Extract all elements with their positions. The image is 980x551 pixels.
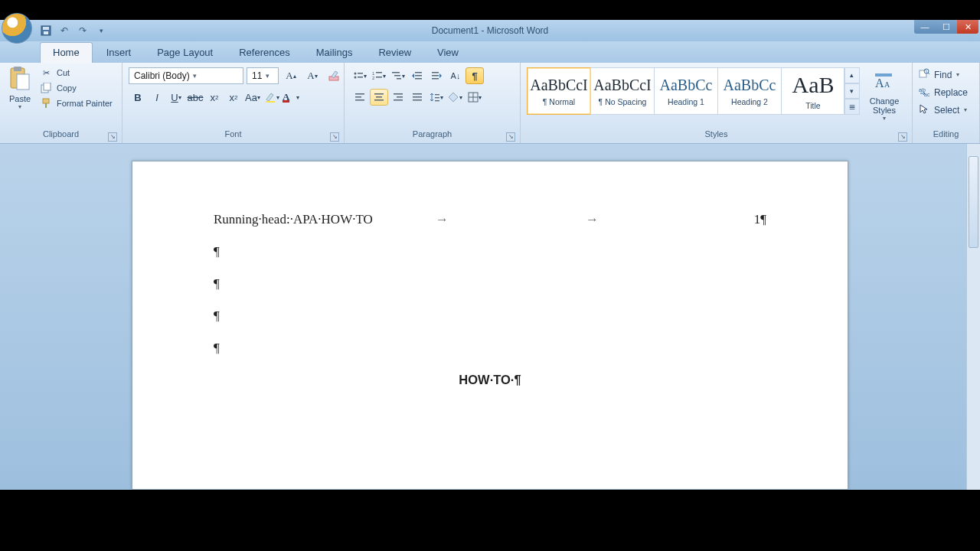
- italic-button[interactable]: I: [148, 89, 166, 106]
- maximize-button[interactable]: ☐: [936, 20, 957, 34]
- sort-button[interactable]: A↓: [446, 67, 465, 84]
- svg-rect-39: [413, 93, 422, 95]
- tab-review[interactable]: Review: [366, 43, 423, 63]
- document-area[interactable]: Running·head:·APA·HOW·TO 1¶ ¶ ¶ ¶ ¶ HOW·…: [0, 144, 980, 490]
- tab-arrow-icon: [586, 212, 736, 227]
- page[interactable]: Running·head:·APA·HOW·TO 1¶ ¶ ¶ ¶ ¶ HOW·…: [132, 161, 848, 490]
- empty-paragraph: ¶: [214, 341, 766, 356]
- paste-button[interactable]: Paste ▾: [3, 65, 37, 110]
- align-center-button[interactable]: [370, 89, 388, 106]
- tab-home[interactable]: Home: [40, 42, 93, 63]
- office-button[interactable]: [2, 13, 32, 44]
- svg-rect-2: [44, 31, 48, 34]
- find-button[interactable]: Find▾: [916, 67, 962, 83]
- tab-insert[interactable]: Insert: [94, 43, 144, 63]
- align-right-button[interactable]: [389, 89, 407, 106]
- increase-indent-button[interactable]: [427, 67, 446, 84]
- minimize-button[interactable]: —: [914, 20, 936, 34]
- styles-dialog-launcher[interactable]: ↘: [898, 132, 907, 142]
- format-painter-button[interactable]: Format Painter: [40, 97, 113, 109]
- strikethrough-button[interactable]: abc: [186, 89, 204, 106]
- superscript-button[interactable]: x2: [224, 89, 243, 106]
- tab-references[interactable]: References: [227, 43, 302, 63]
- style-title[interactable]: AaB Title: [781, 67, 845, 115]
- group-label-styles: Styles: [705, 129, 728, 139]
- group-label-editing: Editing: [933, 129, 959, 139]
- vertical-scrollbar[interactable]: [966, 144, 980, 490]
- clipboard-dialog-launcher[interactable]: ↘: [108, 132, 117, 142]
- style-heading-1[interactable]: AaBbCc Heading 1: [654, 67, 718, 115]
- svg-rect-12: [283, 100, 289, 103]
- cut-button[interactable]: ✂ Cut: [40, 67, 113, 79]
- gallery-up-icon[interactable]: ▴: [844, 67, 860, 83]
- tab-arrow-icon: [436, 212, 586, 227]
- copy-icon: [40, 82, 52, 94]
- svg-rect-33: [374, 93, 384, 95]
- gallery-more-icon[interactable]: 𝌆: [844, 99, 860, 115]
- window-title: Document1 - Microsoft Word: [432, 25, 549, 36]
- svg-rect-42: [435, 94, 439, 95]
- change-styles-button[interactable]: AA Change Styles ▾: [863, 67, 906, 122]
- svg-point-13: [354, 73, 357, 75]
- multilevel-list-button[interactable]: ▾: [389, 67, 407, 84]
- quick-access-toolbar: ↶ ↷ ▾: [40, 24, 107, 37]
- numbering-button[interactable]: 12▾: [370, 67, 388, 84]
- justify-button[interactable]: [408, 89, 426, 106]
- copy-button[interactable]: Copy: [40, 82, 113, 94]
- decrease-indent-button[interactable]: [408, 67, 426, 84]
- empty-paragraph: ¶: [214, 308, 766, 324]
- redo-icon[interactable]: ↷: [77, 24, 89, 37]
- find-icon: [919, 68, 929, 81]
- replace-button[interactable]: abac Replace: [916, 84, 971, 100]
- gallery-down-icon[interactable]: ▾: [844, 83, 860, 99]
- select-button[interactable]: Select▾: [916, 102, 970, 118]
- svg-rect-38: [394, 99, 403, 101]
- tab-page-layout[interactable]: Page Layout: [145, 43, 225, 63]
- svg-text:A: A: [884, 80, 890, 89]
- underline-button[interactable]: U▾: [167, 89, 185, 106]
- borders-button[interactable]: ▾: [466, 89, 484, 106]
- tab-mailings[interactable]: Mailings: [304, 43, 365, 63]
- qat-customize-icon[interactable]: ▾: [95, 24, 107, 37]
- subscript-button[interactable]: x2: [205, 89, 224, 106]
- undo-icon[interactable]: ↶: [58, 24, 70, 37]
- grow-font-button[interactable]: A▴: [282, 67, 300, 84]
- style-no-spacing[interactable]: AaBbCcI ¶ No Spacing: [590, 67, 655, 115]
- font-color-button[interactable]: A ▾: [282, 89, 300, 106]
- svg-rect-31: [355, 96, 361, 98]
- font-size-combo[interactable]: 11▾: [247, 67, 279, 84]
- empty-paragraph: ¶: [214, 276, 766, 292]
- paragraph-dialog-launcher[interactable]: ↘: [506, 132, 515, 142]
- svg-rect-28: [432, 75, 439, 77]
- tab-view[interactable]: View: [425, 43, 471, 63]
- show-hide-button[interactable]: ¶: [466, 67, 484, 84]
- close-button[interactable]: ✕: [957, 20, 978, 34]
- bold-button[interactable]: B: [129, 89, 147, 106]
- highlight-button[interactable]: ▾: [263, 89, 281, 106]
- align-left-button[interactable]: [351, 89, 369, 106]
- bullets-button[interactable]: ▾: [351, 67, 369, 84]
- change-styles-icon: AA: [872, 69, 897, 93]
- font-dialog-launcher[interactable]: ↘: [330, 132, 339, 142]
- styles-gallery[interactable]: AaBbCcI ¶ Normal AaBbCcI ¶ No Spacing Aa…: [527, 67, 860, 115]
- scrollbar-thumb[interactable]: [969, 156, 978, 248]
- svg-rect-25: [415, 75, 422, 77]
- document-title-line: HOW·TO·¶: [214, 373, 766, 387]
- select-icon: [919, 103, 929, 116]
- font-family-combo[interactable]: Calibri (Body)▾: [129, 67, 243, 84]
- svg-rect-18: [376, 72, 382, 73]
- line-spacing-button[interactable]: ▾: [427, 89, 446, 106]
- svg-rect-43: [435, 97, 439, 98]
- shading-button[interactable]: ▾: [446, 89, 465, 106]
- running-head-text: Running·head:·APA·HOW·TO: [214, 212, 436, 227]
- style-heading-2[interactable]: AaBbCc Heading 2: [717, 67, 782, 115]
- svg-rect-7: [44, 83, 51, 90]
- svg-rect-16: [358, 77, 363, 78]
- svg-rect-37: [397, 96, 403, 98]
- clear-formatting-button[interactable]: [325, 67, 343, 84]
- change-case-button[interactable]: Aa▾: [243, 89, 262, 106]
- save-icon[interactable]: [40, 24, 52, 37]
- shrink-font-button[interactable]: A▾: [303, 67, 322, 84]
- group-label-font: Font: [224, 129, 241, 139]
- style-normal[interactable]: AaBbCcI ¶ Normal: [527, 67, 591, 115]
